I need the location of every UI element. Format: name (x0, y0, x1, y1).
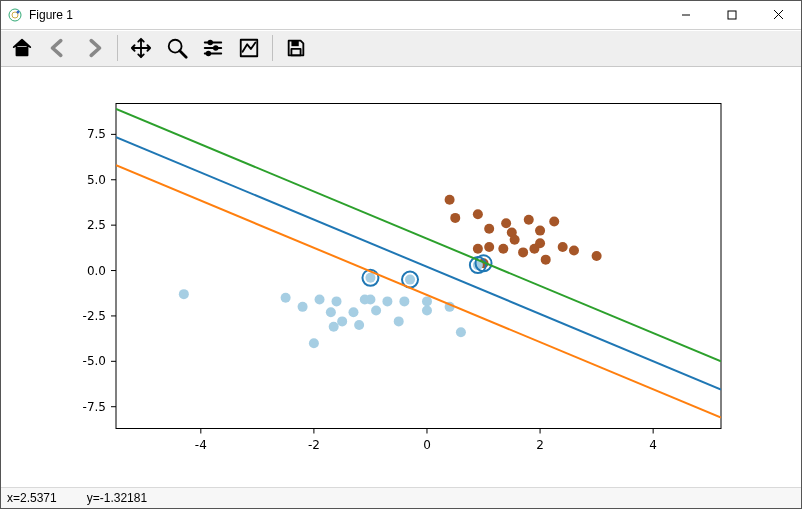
svg-point-81 (394, 316, 404, 326)
svg-point-63 (569, 245, 579, 255)
svg-point-52 (501, 218, 511, 228)
svg-point-59 (535, 225, 545, 235)
svg-point-14 (207, 52, 211, 56)
svg-text:2.5: 2.5 (87, 218, 106, 232)
zoom-button[interactable] (160, 31, 194, 65)
svg-point-54 (510, 234, 520, 244)
svg-point-82 (399, 296, 409, 306)
svg-text:7.5: 7.5 (87, 127, 106, 141)
svg-point-84 (422, 305, 432, 315)
svg-point-55 (518, 247, 528, 257)
svg-line-95 (116, 165, 721, 417)
svg-point-80 (382, 296, 392, 306)
plot-area[interactable]: -4-2024-7.5-5.0-2.50.02.55.07.5 (1, 67, 801, 487)
minimize-button[interactable] (663, 1, 709, 29)
svg-point-13 (214, 46, 218, 50)
svg-point-75 (354, 320, 364, 330)
toolbar-separator (117, 35, 118, 61)
chart-canvas[interactable]: -4-2024-7.5-5.0-2.50.02.55.07.5 (1, 67, 801, 487)
home-button[interactable] (5, 31, 39, 65)
maximize-button[interactable] (709, 1, 755, 29)
svg-text:-2.5: -2.5 (83, 309, 106, 323)
svg-point-45 (450, 213, 460, 223)
svg-point-58 (535, 238, 545, 248)
back-button[interactable] (41, 31, 75, 65)
svg-text:-2: -2 (308, 437, 320, 451)
svg-point-85 (422, 296, 432, 306)
svg-text:-5.0: -5.0 (83, 354, 106, 368)
forward-button[interactable] (77, 31, 111, 65)
svg-rect-16 (291, 41, 298, 47)
pan-button[interactable] (124, 31, 158, 65)
svg-line-93 (116, 137, 721, 389)
svg-point-12 (208, 41, 212, 45)
close-button[interactable] (755, 1, 801, 29)
svg-point-67 (298, 302, 308, 312)
window-title: Figure 1 (29, 8, 73, 22)
toolbar-separator (272, 35, 273, 61)
svg-point-60 (541, 254, 551, 264)
svg-text:4: 4 (649, 437, 657, 451)
edit-axes-button[interactable] (232, 31, 266, 65)
svg-point-68 (309, 338, 319, 348)
svg-point-46 (473, 209, 483, 219)
svg-text:0: 0 (423, 437, 431, 451)
svg-point-0 (9, 9, 21, 21)
svg-rect-4 (728, 11, 736, 19)
svg-point-49 (484, 223, 494, 233)
svg-point-2 (17, 10, 20, 13)
save-button[interactable] (279, 31, 313, 65)
svg-point-64 (592, 251, 602, 261)
svg-point-83 (405, 274, 415, 284)
svg-point-73 (337, 316, 347, 326)
figure-window: Figure 1 (0, 0, 802, 509)
titlebar: Figure 1 (1, 1, 801, 30)
svg-line-94 (116, 109, 721, 361)
app-icon (7, 7, 23, 23)
configure-subplots-button[interactable] (196, 31, 230, 65)
svg-text:2: 2 (536, 437, 544, 451)
svg-point-50 (484, 242, 494, 252)
svg-text:-4: -4 (195, 437, 207, 451)
svg-point-77 (365, 294, 375, 304)
svg-text:5.0: 5.0 (87, 172, 106, 186)
svg-rect-17 (291, 49, 300, 55)
svg-line-8 (180, 51, 186, 57)
svg-point-51 (498, 243, 508, 253)
svg-point-71 (329, 322, 339, 332)
svg-point-72 (332, 296, 342, 306)
svg-point-79 (371, 305, 381, 315)
svg-text:-7.5: -7.5 (83, 399, 106, 413)
svg-point-56 (524, 214, 534, 224)
status-x: x=2.5371 (7, 491, 57, 505)
status-y: y=-1.32181 (87, 491, 147, 505)
svg-point-78 (365, 273, 375, 283)
svg-point-74 (348, 307, 358, 317)
svg-point-87 (456, 327, 466, 337)
svg-point-69 (315, 294, 325, 304)
statusbar: x=2.5371 y=-1.32181 (1, 487, 801, 508)
svg-text:0.0: 0.0 (87, 263, 106, 277)
svg-point-66 (281, 292, 291, 302)
toolbar (1, 30, 801, 67)
svg-point-44 (445, 194, 455, 204)
svg-point-70 (326, 307, 336, 317)
svg-point-62 (558, 242, 568, 252)
svg-point-47 (473, 243, 483, 253)
svg-point-65 (179, 289, 189, 299)
svg-point-61 (549, 216, 559, 226)
